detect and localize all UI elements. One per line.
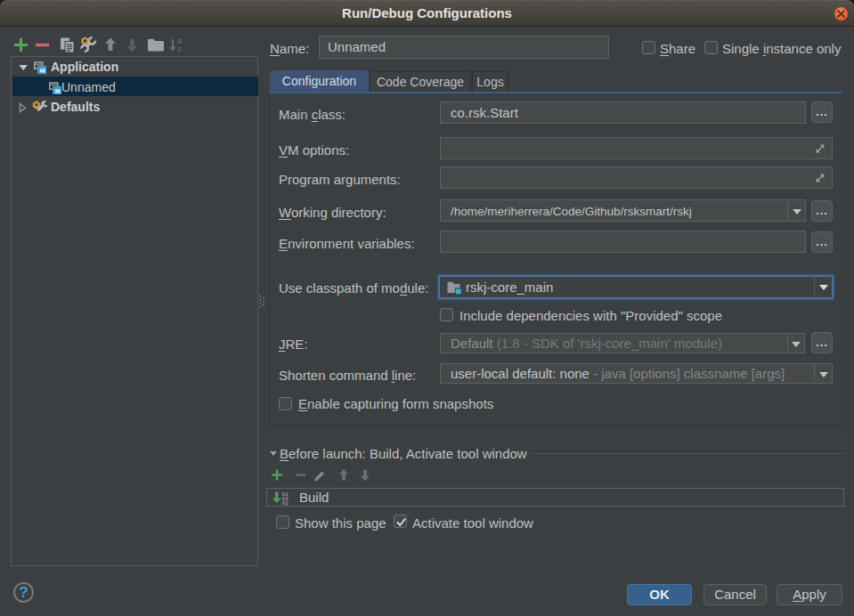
svg-text:z: z: [177, 45, 182, 53]
svg-text:01: 01: [282, 500, 289, 506]
